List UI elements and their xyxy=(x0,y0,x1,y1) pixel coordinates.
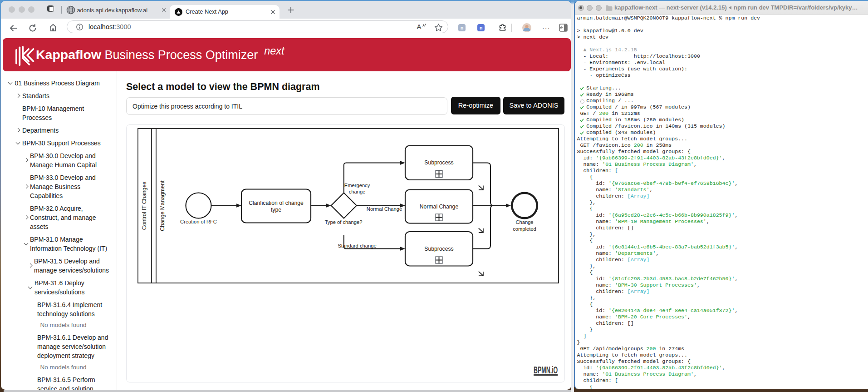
svg-text:BPMN.iO: BPMN.iO xyxy=(534,364,558,375)
svg-text:Standard change: Standard change xyxy=(338,243,376,248)
svg-text:Change Managment: Change Managment xyxy=(159,180,166,231)
svg-text:type: type xyxy=(271,206,281,213)
svg-text:Creation of RFC: Creation of RFC xyxy=(180,218,217,224)
svg-text:Change: Change xyxy=(515,219,533,225)
svg-text:Control IT Changes: Control IT Changes xyxy=(141,181,147,229)
svg-text:Emergency: Emergency xyxy=(344,182,370,188)
svg-text:Subprocess: Subprocess xyxy=(424,159,453,166)
svg-text:Clarification of change: Clarification of change xyxy=(249,199,304,206)
svg-text:Normal Change: Normal Change xyxy=(420,203,459,209)
svg-text:Subprocess: Subprocess xyxy=(424,245,453,252)
svg-text:change: change xyxy=(349,189,366,194)
svg-text:Type of change?: Type of change? xyxy=(325,219,363,225)
svg-text:completed: completed xyxy=(513,226,536,232)
svg-text:Normal Change: Normal Change xyxy=(367,206,402,211)
